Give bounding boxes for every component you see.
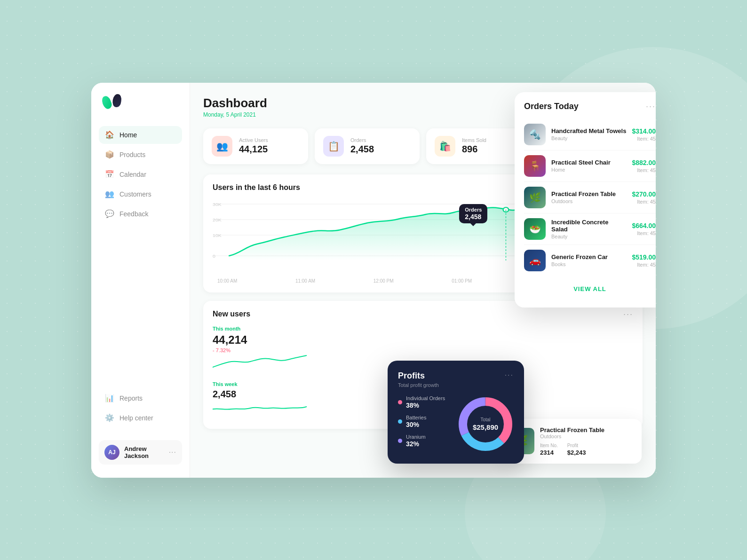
feedback-icon: 💬 <box>105 210 114 218</box>
legend-text-2: Uranium 32% <box>406 434 426 448</box>
user-profile-row[interactable]: AJ Andrew Jackson ··· <box>99 440 182 465</box>
order-name-1: Practical Steel Chair <box>551 159 626 166</box>
detail-profit: Profit $2,243 <box>567 443 586 456</box>
donut-total-value: $25,890 <box>473 423 498 431</box>
stat-label-active-users: Active Users <box>239 137 268 143</box>
order-thumb-3: 🥗 <box>524 218 546 240</box>
profits-body: Individual Orders 38% Batteries 30% <box>398 395 514 453</box>
detail-profit-value: $2,243 <box>567 449 586 456</box>
x-label-0: 10:00 AM <box>217 278 237 284</box>
week-sparkline <box>213 400 307 418</box>
orders-panel-header: Orders Today ··· <box>524 102 656 111</box>
order-name-0: Handcrafted Metal Towels <box>551 127 626 134</box>
order-price-0: $314.00 <box>632 127 656 135</box>
stat-label-orders: Orders <box>350 137 374 143</box>
view-all-button[interactable]: VIEW ALL <box>524 280 656 298</box>
order-item-no-0: Item: 45 <box>632 136 656 142</box>
order-item-no-2: Item: 45 <box>632 199 656 205</box>
orders-panel-title: Orders Today <box>524 102 579 111</box>
order-item-no-4: Item: 45 <box>632 262 656 268</box>
sidebar-item-reports[interactable]: 📊 Reports <box>99 389 182 407</box>
stat-label-items-sold: Items Sold <box>462 137 486 143</box>
legend-dot-batteries <box>398 419 402 424</box>
logo <box>99 96 182 109</box>
legend-pct-1: 30% <box>406 421 426 428</box>
items-sold-icon: 🛍️ <box>435 136 455 157</box>
order-info-0: Handcrafted Metal Towels Beauty <box>551 127 626 141</box>
order-item-0: 🔩 Handcrafted Metal Towels Beauty $314.0… <box>524 119 656 150</box>
profits-menu-dots[interactable]: ··· <box>505 371 514 379</box>
order-info-3: Incredible Concrete Salad Beauty <box>551 219 626 239</box>
profits-card: Profits Total profit growth ··· Individu… <box>388 361 524 464</box>
order-price-wrap-4: $519.00 Item: 45 <box>632 253 656 268</box>
main-content: Dashboard Monday, 5 April 2021 📅 May - N… <box>190 83 656 478</box>
nav-bottom: 📊 Reports ⚙️ Help center AJ Andrew Jacks… <box>99 389 182 465</box>
orders-icon: 📋 <box>323 136 344 157</box>
chart-tooltip: Orders 2,458 <box>459 204 487 223</box>
dashboard-shell: 🏠 Home 📦 Products 📅 Calendar 👥 Customers… <box>91 83 656 478</box>
active-users-icon: 👥 <box>212 136 232 157</box>
sidebar-item-customers-label: Customers <box>119 190 151 198</box>
legend-item-1: Batteries 30% <box>398 415 450 428</box>
home-icon: 🏠 <box>105 131 114 139</box>
sidebar-item-products[interactable]: 📦 Products <box>99 146 182 164</box>
legend-label-2: Uranium <box>406 434 426 440</box>
profits-legend: Individual Orders 38% Batteries 30% <box>398 395 450 453</box>
detail-item-no-label: Item No. <box>540 443 558 448</box>
profits-title-wrap: Profits Total profit growth <box>398 371 439 388</box>
orders-today-panel: Orders Today ··· 🔩 Handcrafted Metal Tow… <box>515 92 656 308</box>
main-nav: 🏠 Home 📦 Products 📅 Calendar 👥 Customers… <box>99 126 182 371</box>
sidebar-item-calendar-label: Calendar <box>119 171 146 178</box>
products-icon: 📦 <box>105 150 114 159</box>
order-name-3: Incredible Concrete Salad <box>551 219 626 233</box>
svg-text:20K: 20K <box>213 217 222 222</box>
order-thumb-0: 🔩 <box>524 124 546 145</box>
sidebar-item-calendar[interactable]: 📅 Calendar <box>99 166 182 183</box>
order-thumb-4: 🚗 <box>524 250 546 271</box>
sidebar-item-home[interactable]: 🏠 Home <box>99 126 182 144</box>
detail-profit-label: Profit <box>567 443 586 448</box>
legend-pct-0: 38% <box>406 402 445 409</box>
order-price-1: $882.00 <box>632 159 656 166</box>
donut-center: Total $25,890 <box>473 417 498 431</box>
order-price-wrap-3: $664.00 Item: 45 <box>632 222 656 236</box>
order-info-2: Practical Frozen Table Outdoors <box>551 190 626 204</box>
user-menu-dots[interactable]: ··· <box>169 448 176 457</box>
sidebar-item-feedback[interactable]: 💬 Feedback <box>99 205 182 223</box>
customers-icon: 👥 <box>105 190 114 198</box>
stat-value-orders: 2,458 <box>350 144 374 155</box>
new-users-header: New users ··· <box>213 309 633 319</box>
order-price-3: $664.00 <box>632 222 656 229</box>
avatar: AJ <box>104 445 119 460</box>
legend-label-0: Individual Orders <box>406 395 445 401</box>
new-users-menu-dots[interactable]: ··· <box>623 309 633 319</box>
legend-item-0: Individual Orders 38% <box>398 395 450 409</box>
order-item-4: 🚗 Generic Frozen Car Books $519.00 Item:… <box>524 245 656 276</box>
chart-title: Users in the last 6 hours <box>213 183 300 192</box>
svg-text:30K: 30K <box>213 202 222 206</box>
order-item-3: 🥗 Incredible Concrete Salad Beauty $664.… <box>524 213 656 245</box>
help-icon: ⚙️ <box>105 414 114 422</box>
detail-item-no-value: 2314 <box>540 449 558 456</box>
legend-dot-uranium <box>398 439 402 443</box>
reports-icon: 📊 <box>105 394 114 402</box>
order-info-1: Practical Steel Chair Home <box>551 159 626 173</box>
order-category-4: Books <box>551 261 626 267</box>
order-price-wrap-1: $882.00 Item: 45 <box>632 159 656 173</box>
sidebar-item-customers[interactable]: 👥 Customers <box>99 185 182 203</box>
sidebar: 🏠 Home 📦 Products 📅 Calendar 👥 Customers… <box>91 83 190 478</box>
logo-leaf-dark <box>111 93 122 108</box>
order-name-4: Generic Frozen Car <box>551 253 626 260</box>
stat-info-orders: Orders 2,458 <box>350 137 374 155</box>
order-thumb-1: 🪑 <box>524 155 546 177</box>
order-category-2: Outdoors <box>551 198 626 204</box>
sidebar-item-help[interactable]: ⚙️ Help center <box>99 409 182 427</box>
month-sparkline <box>213 353 307 372</box>
order-price-wrap-2: $270.00 Item: 45 <box>632 190 656 205</box>
sidebar-item-help-label: Help center <box>119 414 153 422</box>
order-info-4: Generic Frozen Car Books <box>551 253 626 267</box>
stat-value-active-users: 44,125 <box>239 144 268 155</box>
orders-menu-dots[interactable]: ··· <box>646 102 656 111</box>
this-month-value: 44,214 <box>213 333 633 347</box>
sidebar-item-feedback-label: Feedback <box>119 210 148 218</box>
